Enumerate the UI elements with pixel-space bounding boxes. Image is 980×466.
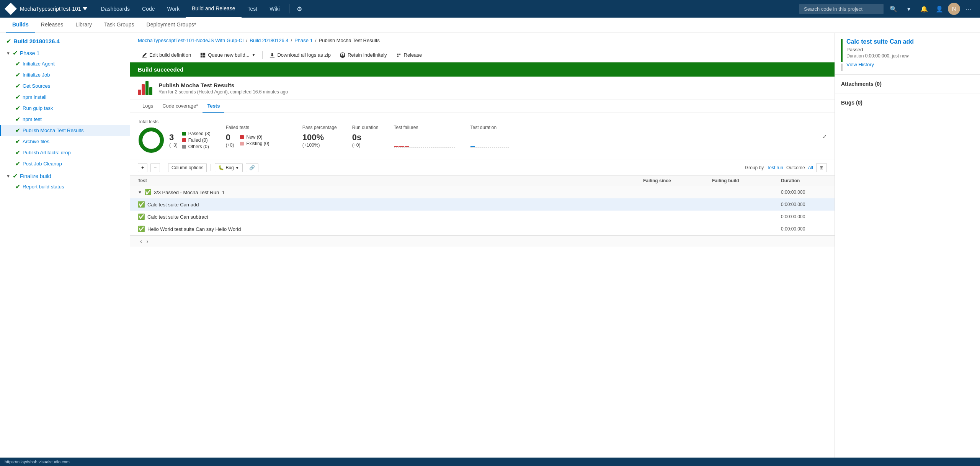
outcome-label: Outcome [786, 165, 805, 170]
link-icon: 🔗 [249, 165, 255, 170]
detail-bar-gray-icon [841, 64, 843, 71]
table-row[interactable]: ✅ Calc test suite Can add 0:00:00.000 [130, 198, 835, 211]
tab-deployment-groups[interactable]: Deployment Groups* [140, 17, 203, 33]
collapse-all-button[interactable]: − [150, 163, 160, 172]
queue-new-build-button[interactable]: Queue new build... ▼ [196, 50, 259, 60]
total-tests-stat: Total tests 3 (+3) [138, 119, 211, 154]
svg-point-6 [397, 55, 399, 57]
group-by-value[interactable]: Test run [767, 165, 783, 170]
sidebar-task-initialize-job[interactable]: ✔ Initialize Job [0, 69, 130, 80]
total-delta: (+3) [169, 142, 178, 148]
search-input[interactable] [799, 4, 884, 14]
scroll-left-icon[interactable]: ‹ [138, 237, 144, 245]
column-options-button[interactable]: Column options [168, 163, 207, 172]
tab-tests[interactable]: Tests [203, 100, 224, 113]
person-icon[interactable]: 👤 [933, 2, 946, 16]
nav-dashboards[interactable]: Dashboards [95, 0, 136, 18]
sub-navigation: Builds Releases Library Task Groups Depl… [0, 18, 980, 33]
task-info: Publish Mocha Test Results Ran for 2 sec… [158, 82, 288, 95]
task-check-icon: ✔ [15, 138, 20, 145]
layout-toggle-button[interactable]: ⊞ [816, 163, 827, 172]
test-row-group: ▼ ✅ 3/3 Passed - Mocha Test Run_1 0:00:0… [130, 186, 835, 235]
nav-work[interactable]: Work [161, 0, 186, 18]
breadcrumb-phase[interactable]: Phase 1 [294, 38, 313, 43]
pass-percentage-stat: Pass percentage 100% (+100%) [302, 125, 337, 148]
sidebar-task-publish-artifacts[interactable]: ✔ Publish Artifacts: drop [0, 147, 130, 158]
scroll-right-icon[interactable]: › [144, 237, 151, 245]
test-group-row[interactable]: ▼ ✅ 3/3 Passed - Mocha Test Run_1 0:00:0… [130, 186, 835, 198]
tab-logs[interactable]: Logs [138, 100, 158, 113]
table-row[interactable]: ✅ Hello World test suite Can say Hello W… [130, 223, 835, 235]
donut-chart [138, 127, 165, 154]
sidebar: ✔ Build 20180126.4 ▼ ✔ Phase 1 ✔ Initial… [0, 33, 130, 466]
tab-library[interactable]: Library [69, 17, 98, 33]
nav-test[interactable]: Test [242, 0, 264, 18]
avatar[interactable]: N [948, 3, 960, 15]
edit-build-definition-button[interactable]: Edit build definition [138, 50, 195, 60]
task-check-icon: ✔ [15, 127, 20, 134]
bug-dropdown-icon: ▼ [235, 166, 239, 170]
download-logs-button[interactable]: Download all logs as zip [266, 50, 334, 60]
test-duration-stat: Test duration [470, 125, 509, 148]
sidebar-task-report-build-status[interactable]: ✔ Report build status [0, 181, 130, 192]
sidebar-phase1[interactable]: ▼ ✔ Phase 1 [0, 48, 130, 58]
chevron-down-icon[interactable]: ▾ [902, 2, 916, 16]
expand-icon[interactable]: ⤢ [823, 134, 827, 139]
sidebar-task-get-sources[interactable]: ✔ Get Sources [0, 80, 130, 92]
task-check-icon: ✔ [15, 93, 20, 101]
build-success-icon: ✔ [6, 38, 11, 45]
bug-icon: 🐛 [218, 165, 224, 170]
breadcrumb-current: Publish Mocha Test Results [319, 38, 380, 43]
retain-indefinitely-button[interactable]: Retain indefinitely [336, 50, 391, 60]
content-area: MochaTypescriptTest-101-NodeJS With Gulp… [130, 33, 835, 466]
sidebar-task-publish-mocha[interactable]: ✔ Publish Mocha Test Results [0, 125, 130, 136]
sidebar-task-run-gulp[interactable]: ✔ Run gulp task [0, 103, 130, 114]
more-icon[interactable]: ⋯ [962, 2, 975, 16]
task-header: Publish Mocha Test Results Ran for 2 sec… [130, 77, 835, 100]
nav-build-release[interactable]: Build and Release [186, 0, 242, 18]
detail-status: Passed [846, 47, 914, 52]
tab-code-coverage[interactable]: Code coverage* [158, 100, 203, 113]
task-check-icon: ✔ [15, 82, 20, 90]
tab-task-groups[interactable]: Task Groups [98, 17, 140, 33]
task-check-icon: ✔ [15, 149, 20, 156]
settings-icon[interactable]: ⚙ [292, 2, 306, 16]
expand-all-button[interactable]: + [138, 163, 147, 172]
sidebar-task-initialize-agent[interactable]: ✔ Initialize Agent [0, 58, 130, 69]
app-logo [5, 3, 17, 15]
search-icon[interactable]: 🔍 [887, 2, 900, 16]
toolbar: Edit build definition Queue new build...… [130, 48, 835, 62]
breadcrumb-pipeline[interactable]: MochaTypescriptTest-101-NodeJS With Gulp… [138, 38, 244, 43]
sidebar-task-npm-install[interactable]: ✔ npm install [0, 92, 130, 103]
tab-releases[interactable]: Releases [35, 17, 69, 33]
sidebar-build-title: ✔ Build 20180126.4 [0, 33, 130, 48]
nav-wiki[interactable]: Wiki [263, 0, 286, 18]
test-failures-stat: Test failures [394, 125, 455, 148]
test-table-toolbar: + − Column options 🐛 Bug ▼ 🔗 Group by Te… [130, 160, 835, 176]
main-layout: ✔ Build 20180126.4 ▼ ✔ Phase 1 ✔ Initial… [0, 33, 980, 466]
task-check-icon: ✔ [15, 60, 20, 67]
test-pass-icon: ✅ [138, 213, 145, 220]
nav-action-icons: 🔍 ▾ 🔔 👤 N ⋯ [887, 2, 975, 16]
nav-code[interactable]: Code [136, 0, 161, 18]
link-button[interactable]: 🔗 [246, 163, 258, 172]
sidebar-task-npm-test[interactable]: ✔ npm test [0, 114, 130, 125]
task-check-icon: ✔ [15, 105, 20, 112]
status-bar-url: https://nilaydshah.visualstudio.com [5, 459, 70, 464]
tab-builds[interactable]: Builds [6, 17, 35, 33]
notifications-icon[interactable]: 🔔 [917, 2, 931, 16]
detail-header: Calc test suite Can add Passed Duration … [835, 33, 980, 75]
view-history-link[interactable]: View History [846, 62, 874, 67]
queue-dropdown-icon[interactable]: ▼ [252, 53, 256, 57]
breadcrumb-build[interactable]: Build 20180126.4 [250, 38, 288, 43]
sidebar-build-link[interactable]: Build 20180126.4 [13, 38, 60, 44]
sidebar-finalize-build[interactable]: ▼ ✔ Finalize build [0, 171, 130, 181]
sidebar-task-post-job-cleanup[interactable]: ✔ Post Job Cleanup [0, 158, 130, 169]
project-selector[interactable]: MochaTypescriptTest-101 [20, 6, 87, 12]
svg-point-8 [140, 129, 162, 151]
outcome-value[interactable]: All [808, 165, 813, 170]
table-row[interactable]: ✅ Calc test suite Can subtract 0:00:00.0… [130, 211, 835, 223]
bug-button[interactable]: 🐛 Bug ▼ [215, 163, 242, 172]
release-button[interactable]: Release [392, 50, 426, 60]
sidebar-task-archive-files[interactable]: ✔ Archive files [0, 136, 130, 147]
